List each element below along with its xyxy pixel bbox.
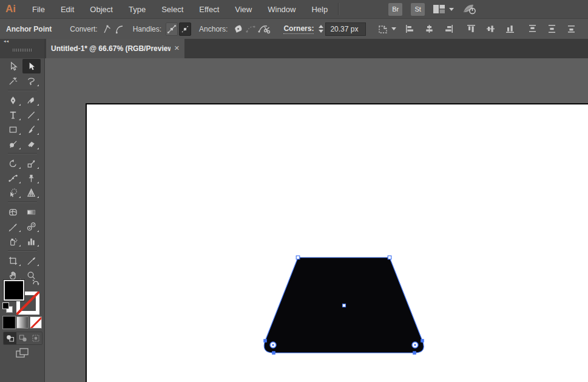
align-bottom-button[interactable] (502, 22, 518, 36)
chevron-down-icon (449, 8, 454, 11)
connect-anchors-button[interactable] (245, 22, 256, 36)
document-tab-bar: ◂◂ Untitled-1* @ 66.67% (RGB/Preview) ✕ (0, 38, 588, 58)
stock-button[interactable]: St (411, 3, 425, 16)
distribute-bottom-button[interactable] (564, 22, 579, 36)
tools-panel-grip[interactable] (13, 48, 32, 52)
app-logo: Ai (5, 3, 16, 15)
distribute-center-vertical-button[interactable] (544, 22, 559, 36)
rotate-tool[interactable] (4, 156, 22, 171)
anchor-bottom-right-lower[interactable] (413, 351, 416, 355)
anchor-top-left[interactable] (296, 256, 300, 259)
corners-value-input[interactable] (325, 22, 366, 36)
align-center-horizontal-button[interactable] (422, 22, 437, 36)
cut-path-at-anchor-button[interactable] (257, 22, 271, 36)
corners-link[interactable]: Corners: (283, 24, 314, 34)
menu-view[interactable]: View (227, 5, 260, 14)
anchor-top-right[interactable] (388, 256, 391, 259)
rectangle-tool[interactable] (4, 122, 22, 137)
corner-widget-left[interactable] (270, 342, 276, 348)
menu-file[interactable]: File (24, 5, 53, 14)
eraser-tool[interactable] (22, 137, 41, 151)
gradient-button[interactable] (16, 316, 29, 329)
width-tool[interactable] (4, 171, 22, 185)
hide-handles-button[interactable] (179, 22, 191, 36)
lasso-tool[interactable] (22, 73, 41, 88)
menu-select[interactable]: Select (154, 5, 191, 14)
direct-selection-tool[interactable] (22, 59, 41, 73)
slice-tool[interactable] (22, 253, 41, 268)
show-handles-button[interactable] (166, 22, 178, 36)
mesh-tool[interactable] (4, 205, 22, 219)
control-panel-label: Anchor Point (6, 25, 52, 33)
paintbrush-tool[interactable] (22, 122, 41, 137)
remove-anchor-pen-button[interactable] (232, 22, 244, 36)
swap-fill-stroke-icon[interactable] (32, 278, 41, 287)
document-tab[interactable]: Untitled-1* @ 66.67% (RGB/Preview) ✕ (46, 38, 184, 58)
gpu-performance-icon[interactable] (462, 4, 476, 15)
workspace-layout-icon (433, 5, 445, 13)
column-graph-tool[interactable] (22, 234, 41, 248)
eyedropper-tool[interactable] (4, 219, 22, 234)
align-top-button[interactable] (464, 22, 479, 36)
menu-effect[interactable]: Effect (191, 5, 227, 14)
canvas-pasteboard[interactable] (44, 58, 588, 382)
fill-swatch[interactable] (4, 280, 24, 301)
chevron-down-icon (391, 27, 396, 30)
stepper-down-icon[interactable] (319, 30, 323, 33)
selection-tool[interactable] (4, 59, 22, 73)
anchor-bottom-left-lower[interactable] (272, 351, 275, 355)
type-tool[interactable] (4, 107, 22, 122)
anchors-label: Anchors: (199, 25, 228, 33)
symbol-sprayer-tool[interactable] (4, 234, 22, 248)
blend-tool[interactable] (22, 219, 41, 234)
menu-object[interactable]: Object (82, 5, 121, 14)
anchor-bottom-right-upper[interactable] (421, 339, 424, 343)
workspace-switcher-button[interactable] (433, 5, 454, 13)
shaper-tool[interactable] (4, 137, 22, 151)
perspective-grid-tool[interactable] (22, 185, 41, 200)
tools-panel-header: ◂◂ (0, 38, 44, 58)
draw-normal-button[interactable] (4, 332, 16, 344)
anchor-bottom-left-upper[interactable] (263, 339, 267, 343)
gradient-tool[interactable] (22, 205, 41, 219)
align-center-vertical-button[interactable] (483, 22, 498, 36)
scale-tool[interactable] (22, 156, 41, 171)
bridge-button[interactable]: Br (388, 3, 402, 16)
pen-tool[interactable] (4, 93, 22, 107)
draw-inside-button[interactable] (29, 332, 42, 344)
default-fill-stroke-icon[interactable] (2, 302, 13, 313)
document-tab-title: Untitled-1* @ 66.67% (RGB/Preview) (51, 44, 171, 53)
tab-close-icon[interactable]: ✕ (174, 44, 180, 52)
convert-to-corner-button[interactable] (102, 22, 113, 36)
magic-wand-tool[interactable] (4, 73, 22, 88)
document-content (44, 58, 588, 382)
none-slash (30, 316, 42, 329)
curvature-tool[interactable] (22, 93, 41, 107)
menu-help[interactable]: Help (303, 5, 336, 14)
collapse-panels-icon[interactable]: ◂◂ (4, 39, 9, 44)
menu-edit[interactable]: Edit (53, 5, 82, 14)
draw-behind-button[interactable] (16, 332, 29, 344)
menu-window[interactable]: Window (260, 5, 303, 14)
none-button[interactable] (30, 316, 42, 329)
align-left-button[interactable] (402, 22, 417, 36)
artboard-tool[interactable] (4, 253, 22, 268)
isolate-selected-object-button[interactable] (377, 22, 396, 36)
align-right-button[interactable] (441, 22, 456, 36)
convert-label: Convert: (70, 25, 97, 33)
tools-panel (0, 58, 45, 382)
line-segment-tool[interactable] (22, 107, 41, 122)
corner-widget-right[interactable] (412, 342, 418, 348)
color-button[interactable] (3, 316, 15, 329)
menu-type[interactable]: Type (121, 5, 154, 14)
convert-to-smooth-button[interactable] (114, 22, 125, 36)
handles-label: Handles: (133, 25, 161, 33)
shape-builder-tool[interactable] (4, 185, 22, 200)
stepper-up-icon[interactable] (319, 25, 323, 28)
menubar-separator (338, 3, 339, 15)
distribute-top-button[interactable] (525, 22, 540, 36)
change-screen-mode-button[interactable] (16, 348, 29, 358)
shape-center-point (343, 304, 346, 307)
puppet-warp-tool[interactable] (22, 171, 41, 185)
corners-stepper[interactable] (319, 22, 323, 36)
